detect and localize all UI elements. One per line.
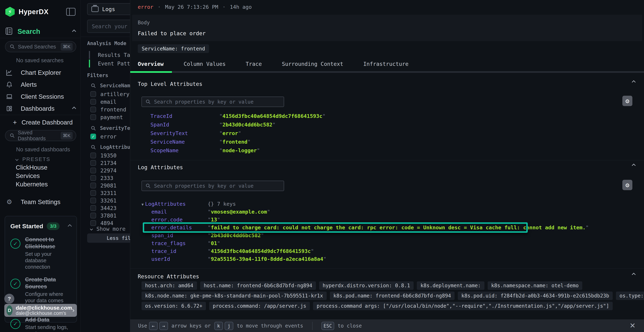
checkbox-checked[interactable] xyxy=(90,134,96,139)
resource-chip[interactable]: host.arch: amd64 xyxy=(142,282,197,290)
less-filters-button[interactable]: Less filters xyxy=(87,234,130,243)
filter-option-error[interactable]: error xyxy=(90,133,116,140)
resource-chip[interactable]: os.version: 6.6.72+ xyxy=(142,302,206,310)
user-menu[interactable]: D dale@clickhouse.com dale@clickhouse.co… xyxy=(4,304,77,317)
checkbox[interactable] xyxy=(90,106,96,112)
checkbox[interactable] xyxy=(90,168,96,173)
log-attributes-search-input[interactable]: Search properties by key or value xyxy=(142,181,284,191)
chevron-up-icon[interactable] xyxy=(72,106,76,111)
resource-chip[interactable]: process.command args: ["/usr/local/bin/n… xyxy=(313,302,613,310)
log-attributes-settings-button[interactable]: ⚙ xyxy=(622,180,632,190)
sidebar-item-team-settings[interactable]: ⚙ Team Settings xyxy=(5,197,76,206)
get-started-item[interactable]: ✓ Add Data Start sending logs, metrics, … xyxy=(10,316,71,332)
show-more-button[interactable]: Show more xyxy=(90,226,126,232)
attribute-row[interactable]: trace_id4156d3fbc40a64854d9dc7f68641593c xyxy=(142,247,637,255)
chevron-up-icon[interactable] xyxy=(72,30,76,34)
attribute-key[interactable]: SeverityText xyxy=(150,130,219,136)
filter-option[interactable]: 33261 xyxy=(90,197,116,204)
attribute-value[interactable]: 4156d3fbc40a64854d9dc7f68641593c xyxy=(219,113,637,119)
attribute-key[interactable]: error.details xyxy=(142,224,208,230)
top-level-settings-button[interactable]: ⚙ xyxy=(622,96,632,106)
mode-event-patterns[interactable]: Event Patterns xyxy=(89,59,130,68)
get-started-header[interactable]: Get Started 3/3 xyxy=(10,222,71,230)
attribute-value[interactable]: 4156d3fbc40a64854d9dc7f68641593c xyxy=(208,248,637,254)
attribute-row[interactable]: SeverityTexterror xyxy=(150,129,637,138)
filter-group-servicename[interactable]: ServiceName xyxy=(91,83,130,88)
create-dashboard-button[interactable]: + Create Dashboard xyxy=(13,118,73,127)
attribute-row[interactable]: trace_flags01 xyxy=(142,239,637,247)
sidebar-item-kubernetes[interactable]: Kubernetes xyxy=(16,181,48,188)
sidebar-item-clickhouse[interactable]: ClickHouse xyxy=(16,164,48,171)
resource-chip[interactable]: k8s.pod.name: frontend-6b6c8d7bfd-ng894 xyxy=(330,292,454,300)
attribute-key[interactable]: email xyxy=(142,209,208,215)
mode-results-table[interactable]: Results Table xyxy=(89,50,130,59)
tree-root-row[interactable]: ▼LogAttributes {} 7 keys xyxy=(142,200,637,208)
checkbox[interactable] xyxy=(90,190,96,196)
tab-column-values[interactable]: Column Values xyxy=(184,61,226,67)
resource-chip[interactable]: os.type: linux xyxy=(616,292,644,300)
filter-option[interactable]: 2333 xyxy=(90,174,113,182)
resource-chip[interactable]: k8s.namespace.name: otel-demo xyxy=(488,282,582,290)
saved-searches-input[interactable]: Saved Searches ⌘K xyxy=(5,41,76,52)
attribute-row[interactable]: userId92a55156-39a4-11f0-8ddd-a2eca416a8… xyxy=(142,255,637,263)
attribute-row[interactable]: error.code13 xyxy=(142,216,637,224)
help-button[interactable]: ? xyxy=(4,294,14,304)
chevron-up-icon[interactable] xyxy=(68,224,72,228)
sidebar-item-chart-explorer[interactable]: Chart Explorer xyxy=(5,68,76,77)
attribute-value[interactable]: vmoses@example.com xyxy=(208,209,637,215)
section-collapse-log-attributes[interactable] xyxy=(632,164,635,168)
attribute-key[interactable]: span_id xyxy=(142,232,208,238)
attribute-key[interactable]: userId xyxy=(142,256,208,262)
filter-option[interactable]: 29081 xyxy=(90,182,116,189)
checkbox[interactable] xyxy=(90,183,96,188)
resource-chip[interactable]: process.command: /app/server.js xyxy=(209,302,310,310)
resource-chip[interactable]: k8s.deployment.name: xyxy=(417,282,484,290)
attribute-key[interactable]: trace_flags xyxy=(142,240,208,246)
get-started-item[interactable]: ✓ Connect to ClickHouse Set up your data… xyxy=(10,236,71,270)
filter-option[interactable]: 21734 xyxy=(90,159,116,167)
top-level-search-input[interactable]: Search properties by key or value xyxy=(142,96,284,107)
attribute-row[interactable]: TraceId4156d3fbc40a64854d9dc7f68641593c xyxy=(150,112,637,120)
filter-option[interactable]: frontend xyxy=(90,106,126,113)
checkbox[interactable] xyxy=(90,175,96,181)
resource-chip[interactable]: host.name: frontend-6b6c8d7bfd-ng894 xyxy=(200,282,316,290)
attribute-value[interactable]: 01 xyxy=(208,240,637,246)
attribute-row-error-details[interactable]: error.detailsfailed to charge card: coul… xyxy=(142,224,637,232)
sidebar-item-search[interactable]: Search xyxy=(5,26,76,36)
checkbox[interactable] xyxy=(90,198,96,204)
filter-option[interactable]: payment xyxy=(90,114,123,121)
sidebar-collapse-icon[interactable] xyxy=(66,8,76,16)
sidebar-item-alerts[interactable]: Alerts xyxy=(5,80,76,89)
filter-group-severitytext[interactable]: SeverityText xyxy=(91,125,130,131)
attribute-value[interactable]: error xyxy=(219,130,637,136)
attribute-row[interactable]: ServiceNamefrontend xyxy=(150,138,637,146)
tree-root-key[interactable]: LogAttributes xyxy=(145,201,186,207)
checkbox[interactable] xyxy=(90,99,96,105)
presets-toggle[interactable]: PRESETS xyxy=(16,156,50,162)
caret-down-icon[interactable]: ▼ xyxy=(142,202,144,206)
tab-trace[interactable]: Trace xyxy=(246,61,262,67)
tab-overview[interactable]: Overview xyxy=(138,61,164,67)
checkbox[interactable] xyxy=(90,220,96,226)
filter-option[interactable]: 19350 xyxy=(90,152,116,159)
section-collapse-top-level[interactable] xyxy=(632,81,635,84)
filter-option[interactable]: email xyxy=(90,98,116,106)
attribute-value[interactable]: 2b43d0c4dd6bc582 xyxy=(208,232,637,238)
service-name-chip[interactable]: ServiceName: frontend xyxy=(138,44,209,53)
attribute-key[interactable]: error.code xyxy=(142,216,208,223)
attribute-value[interactable]: node-logger xyxy=(219,148,637,154)
tab-infrastructure[interactable]: Infrastructure xyxy=(363,61,408,67)
attribute-value[interactable]: 13 xyxy=(208,216,637,223)
section-collapse-resource-attributes[interactable] xyxy=(632,273,635,277)
checkbox[interactable] xyxy=(90,152,96,158)
sidebar-item-dashboards[interactable]: Dashboards xyxy=(5,104,76,113)
checkbox[interactable] xyxy=(90,205,96,211)
attribute-row[interactable]: emailvmoses@example.com xyxy=(142,208,637,216)
sidebar-item-client-sessions[interactable]: Client Sessions xyxy=(5,92,76,101)
attribute-row[interactable]: span_id2b43d0c4dd6bc582 xyxy=(142,232,637,239)
events-search-input[interactable]: Search your ev xyxy=(87,20,130,33)
resource-chip[interactable]: k8s.node.name: gke-pme-k8s-standard-main… xyxy=(142,292,327,300)
filter-group-logattributes[interactable]: LogAttributes xyxy=(91,144,130,150)
checkbox[interactable] xyxy=(90,114,96,120)
checkbox[interactable] xyxy=(90,160,96,166)
